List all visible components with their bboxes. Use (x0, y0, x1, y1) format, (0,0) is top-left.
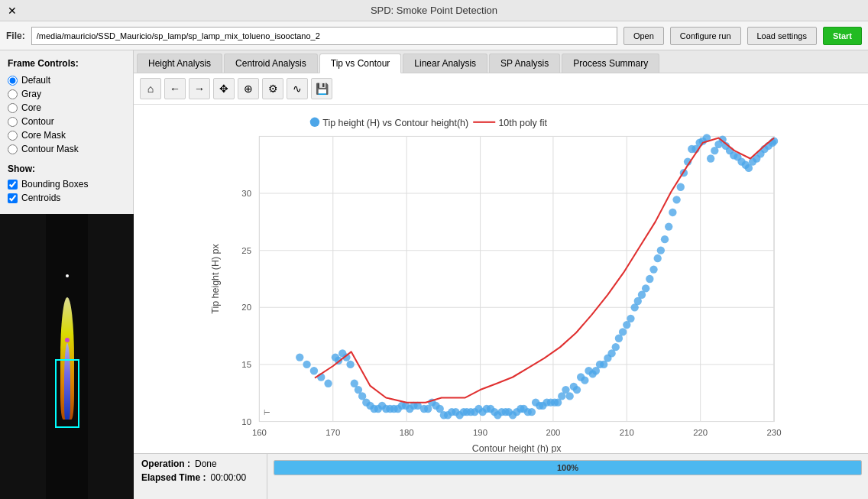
right-panel: Height Analysis Centroid Analysis Tip vs… (134, 50, 868, 499)
tab-centroid-analysis[interactable]: Centroid Analysis (224, 53, 318, 73)
svg-text:Tip height (H) px: Tip height (H) px (210, 244, 221, 314)
bottom-bar: Operation : Done Elapsed Time : 00:00:00… (134, 453, 868, 499)
svg-text:15: 15 (241, 360, 251, 369)
svg-point-89 (528, 408, 536, 416)
checkbox-bounding-boxes[interactable]: Bounding Boxes (8, 179, 125, 190)
svg-point-111 (612, 343, 620, 351)
radio-core[interactable]: Core (8, 102, 125, 113)
radio-default[interactable]: Default (8, 75, 125, 86)
svg-text:⊢: ⊢ (264, 408, 270, 416)
svg-text:Contour height (h) px: Contour height (h) px (472, 443, 562, 453)
svg-point-99 (565, 392, 573, 400)
file-path-input[interactable] (31, 27, 617, 45)
show-heading: Show: (8, 164, 125, 174)
svg-text:170: 170 (326, 428, 340, 437)
radio-contour[interactable]: Contour (8, 116, 125, 127)
image-preview (0, 214, 134, 499)
tab-process-summary[interactable]: Process Summary (562, 53, 659, 73)
svg-point-121 (649, 265, 657, 273)
svg-point-120 (646, 275, 653, 283)
window-title: SPD: Smoke Point Detection (371, 5, 497, 16)
tab-sp-analysis[interactable]: SP Analysis (489, 53, 560, 73)
radio-group: Default Gray Core Contour Core Mask (8, 75, 125, 154)
zoom-tool-button[interactable]: ⊕ (238, 78, 259, 99)
checkbox-centroids[interactable]: Centroids (8, 193, 125, 203)
open-button[interactable]: Open (623, 27, 664, 45)
forward-tool-button[interactable]: → (189, 78, 210, 99)
svg-point-119 (642, 284, 649, 292)
tab-linear-analysis[interactable]: Linear Analysis (403, 53, 487, 73)
svg-point-126 (669, 209, 676, 216)
operation-value: Done (195, 458, 217, 469)
home-tool-button[interactable]: ⌂ (140, 78, 161, 99)
main-content: Frame Controls: Default Gray Core Contou… (0, 50, 868, 499)
progress-bar-container: 100% (274, 460, 862, 475)
file-label: File: (6, 31, 25, 41)
close-button[interactable]: ✕ (8, 5, 17, 17)
svg-point-113 (619, 328, 627, 335)
svg-point-34 (296, 353, 303, 361)
pan-tool-button[interactable]: ✥ (213, 78, 235, 99)
svg-text:230: 230 (767, 428, 782, 437)
save-chart-button[interactable]: 💾 (311, 78, 332, 99)
progress-area: 100% (267, 453, 868, 499)
svg-text:25: 25 (241, 246, 251, 255)
frame-controls-heading: Frame Controls: (8, 58, 125, 69)
svg-point-43 (346, 361, 354, 368)
elapsed-value: 00:00:00 (210, 472, 246, 483)
configure-run-button[interactable]: Configure run (670, 27, 741, 45)
status-info: Operation : Done Elapsed Time : 00:00:00 (134, 453, 267, 499)
svg-text:160: 160 (252, 428, 267, 437)
configure-tool-button[interactable]: ⚙ (262, 78, 283, 99)
chart-edit-button[interactable]: ∿ (287, 78, 308, 99)
bounding-box-overlay (55, 359, 79, 428)
file-bar: File: Open Configure run Load settings S… (0, 21, 868, 50)
svg-point-122 (654, 254, 662, 262)
svg-text:10th poly fit: 10th poly fit (498, 118, 547, 128)
chart-area: Tip height (H) vs Contour height(h) 10th… (134, 105, 868, 453)
svg-point-101 (573, 386, 581, 394)
svg-point-103 (581, 376, 588, 384)
elapsed-label: Elapsed Time : (141, 472, 206, 483)
svg-text:190: 190 (473, 428, 487, 437)
title-bar: ✕ SPD: Smoke Point Detection (0, 0, 868, 21)
svg-point-35 (303, 361, 310, 368)
chart-toolbar: ⌂ ← → ✥ ⊕ ⚙ ∿ 💾 (134, 73, 868, 105)
svg-text:Tip height (H) vs Contour heig: Tip height (H) vs Contour height(h) (322, 118, 468, 128)
progress-bar-fill: 100% (274, 461, 861, 475)
svg-text:20: 20 (241, 303, 251, 312)
tab-tip-vs-contour[interactable]: Tip vs Contour (319, 53, 402, 73)
svg-text:200: 200 (546, 428, 560, 437)
start-button[interactable]: Start (823, 27, 862, 45)
svg-text:210: 210 (620, 428, 634, 437)
radio-gray[interactable]: Gray (8, 89, 125, 99)
svg-point-38 (324, 380, 332, 387)
svg-point-36 (310, 367, 318, 374)
svg-point-136 (707, 154, 714, 162)
svg-point-0 (310, 118, 319, 127)
radio-contour-mask[interactable]: Contour Mask (8, 144, 125, 154)
svg-rect-4 (259, 136, 774, 421)
svg-text:180: 180 (400, 428, 414, 437)
tabs-bar: Height Analysis Centroid Analysis Tip vs… (134, 50, 868, 73)
svg-text:220: 220 (693, 428, 708, 437)
svg-point-125 (665, 222, 672, 230)
centroid-overlay (65, 338, 70, 342)
back-tool-button[interactable]: ← (164, 78, 186, 99)
load-settings-button[interactable]: Load settings (747, 27, 817, 45)
radio-core-mask[interactable]: Core Mask (8, 130, 125, 141)
svg-point-115 (627, 315, 634, 322)
svg-point-123 (657, 247, 665, 254)
operation-label: Operation : (141, 458, 190, 469)
chart-svg: Tip height (H) vs Contour height(h) 10th… (134, 105, 868, 453)
svg-text:10: 10 (241, 417, 251, 426)
svg-point-124 (661, 235, 669, 243)
progress-text: 100% (557, 463, 578, 472)
tab-height-analysis[interactable]: Height Analysis (137, 53, 222, 73)
svg-point-127 (672, 196, 680, 203)
svg-text:30: 30 (241, 189, 251, 198)
svg-point-128 (677, 183, 685, 191)
